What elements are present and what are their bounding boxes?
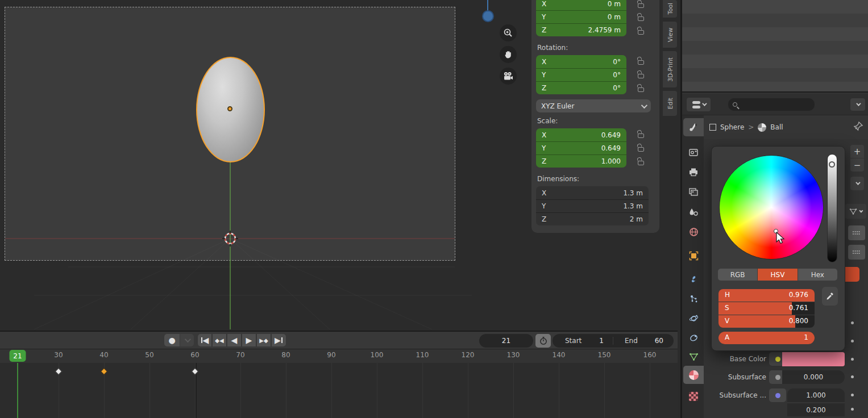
- location-y-field[interactable]: Y0 m: [536, 10, 626, 23]
- animate-dot[interactable]: [851, 340, 854, 342]
- record-button[interactable]: ●: [164, 334, 180, 346]
- playhead-line[interactable]: [17, 363, 18, 418]
- alpha-slider[interactable]: A 1: [719, 332, 815, 344]
- next-keyframe-button[interactable]: ▶◆: [257, 334, 271, 346]
- play-reverse-button[interactable]: ◀: [227, 334, 242, 346]
- scale-x-field[interactable]: X0.649: [536, 128, 626, 141]
- tab-hex[interactable]: Hex: [798, 269, 837, 281]
- camera-view-button[interactable]: [500, 68, 517, 85]
- lock-location-z-icon[interactable]: [638, 30, 644, 35]
- color-wheel[interactable]: [719, 155, 824, 260]
- lock-location-y-icon[interactable]: [638, 16, 644, 21]
- pan-hand-button[interactable]: [500, 46, 517, 63]
- properties-editor-icon: [692, 101, 700, 108]
- current-frame-marker[interactable]: 21: [10, 350, 26, 362]
- rotation-x-field[interactable]: X0°: [536, 55, 626, 68]
- subsurface-radius-socket[interactable]: [769, 388, 786, 402]
- tab-constraint-properties[interactable]: [683, 328, 704, 346]
- tab-view[interactable]: View: [663, 22, 677, 48]
- lock-rotation-y-icon[interactable]: [638, 74, 644, 78]
- location-z-field[interactable]: Z2.4759 m: [536, 23, 626, 36]
- tab-physics-properties[interactable]: [683, 309, 704, 327]
- timeline-ruler[interactable]: 3040506070809010011012013014015016021: [0, 349, 678, 363]
- tab-tool-properties[interactable]: [683, 118, 704, 136]
- breadcrumb-data[interactable]: Ball: [770, 123, 783, 131]
- grid-handle-button-1[interactable]: [848, 225, 865, 240]
- tab-tool[interactable]: Tool: [663, 0, 677, 18]
- timeline-keyframe-area[interactable]: [0, 363, 678, 418]
- tab-object-properties[interactable]: [683, 246, 704, 265]
- start-frame-field[interactable]: Start 1: [553, 337, 613, 345]
- record-options-button[interactable]: [180, 334, 194, 346]
- scale-z-field[interactable]: Z1.000: [536, 154, 626, 168]
- keyframe-diamond[interactable]: [55, 368, 63, 375]
- value-slider-handle[interactable]: [829, 161, 835, 168]
- play-button[interactable]: ▶: [242, 334, 256, 346]
- editor-type-button[interactable]: [687, 98, 711, 111]
- jump-to-end-button[interactable]: ▶: [272, 334, 286, 346]
- tab-hsv[interactable]: HSV: [758, 269, 797, 281]
- outliner-editor[interactable]: [682, 0, 868, 93]
- breadcrumb-object[interactable]: Sphere: [720, 123, 744, 131]
- tab-modifier-properties[interactable]: [683, 270, 704, 289]
- dimension-z-field[interactable]: Z2 m: [536, 212, 649, 225]
- tab-object-data-properties[interactable]: [683, 348, 704, 366]
- current-frame-field[interactable]: 21: [479, 334, 533, 348]
- nav-gizmo-axis-ball[interactable]: [482, 10, 494, 22]
- remove-material-slot-button[interactable]: −: [850, 158, 864, 172]
- location-x-field[interactable]: X0 m: [536, 0, 626, 10]
- header-options-button[interactable]: [850, 98, 865, 111]
- material-filter-dropdown[interactable]: [845, 204, 866, 219]
- dimension-x-field[interactable]: X1.3 m: [536, 186, 649, 199]
- eyedropper-button[interactable]: [822, 287, 838, 306]
- timeline-gridline: [149, 363, 150, 418]
- keyframe-diamond[interactable]: [101, 368, 108, 375]
- rotation-mode-dropdown[interactable]: XYZ Euler: [536, 99, 651, 112]
- tab-scene-properties[interactable]: [683, 203, 704, 221]
- preview-range-toggle[interactable]: [535, 334, 551, 348]
- animate-dot[interactable]: [851, 394, 854, 396]
- lock-rotation-z-icon[interactable]: [638, 87, 644, 92]
- grid-handle-button-2[interactable]: [848, 245, 865, 260]
- add-material-slot-button[interactable]: +: [850, 145, 864, 158]
- dimension-y-field[interactable]: Y1.3 m: [536, 199, 649, 212]
- lock-location-x-icon[interactable]: [638, 3, 644, 8]
- edited-color-swatch[interactable]: [845, 267, 859, 282]
- subsurface-field[interactable]: 0.000: [782, 370, 845, 384]
- pin-icon[interactable]: [853, 120, 864, 132]
- hue-slider[interactable]: H 0.976: [719, 289, 815, 302]
- rotation-z-field[interactable]: Z0°: [536, 81, 626, 94]
- lock-scale-z-icon[interactable]: [638, 161, 644, 165]
- tab-render-properties[interactable]: [683, 143, 704, 161]
- material-specials-button[interactable]: [850, 177, 864, 190]
- animate-dot[interactable]: [851, 321, 854, 324]
- subsurface-radius-x-field[interactable]: 1.000: [787, 388, 845, 402]
- animate-dot[interactable]: [851, 358, 854, 361]
- keyframe-diamond[interactable]: [192, 368, 199, 375]
- zoom-button[interactable]: [500, 24, 517, 41]
- end-frame-field[interactable]: End 60: [613, 337, 674, 345]
- tab-material-properties[interactable]: [683, 366, 704, 384]
- tab-edit[interactable]: Edit: [663, 91, 677, 116]
- tab-particle-properties[interactable]: [683, 290, 704, 308]
- tab-world-properties[interactable]: [683, 223, 704, 241]
- base-color-swatch[interactable]: [782, 352, 845, 366]
- value-brightness-slider[interactable]: V 0.800: [719, 315, 815, 328]
- animate-dot[interactable]: [851, 375, 854, 378]
- scale-y-field[interactable]: Y0.649: [536, 141, 626, 154]
- value-slider[interactable]: [827, 154, 837, 262]
- subsurface-radius-y-field[interactable]: 0.200: [787, 403, 845, 416]
- saturation-slider[interactable]: S 0.761: [719, 302, 815, 315]
- properties-search-input[interactable]: [728, 98, 815, 111]
- rotation-y-field[interactable]: Y0°: [536, 68, 626, 81]
- animate-dot[interactable]: [851, 408, 854, 411]
- tab-3d-print[interactable]: 3D-Print: [663, 51, 677, 87]
- tab-rgb[interactable]: RGB: [718, 269, 758, 281]
- lock-scale-y-icon[interactable]: [638, 147, 644, 152]
- lock-rotation-x-icon[interactable]: [638, 60, 644, 65]
- tab-output-properties[interactable]: [683, 163, 704, 181]
- lock-scale-x-icon[interactable]: [638, 133, 644, 138]
- previous-keyframe-button[interactable]: ◆◀: [213, 334, 227, 346]
- jump-to-start-button[interactable]: ◀: [198, 334, 212, 346]
- tab-view-layer-properties[interactable]: [683, 183, 704, 201]
